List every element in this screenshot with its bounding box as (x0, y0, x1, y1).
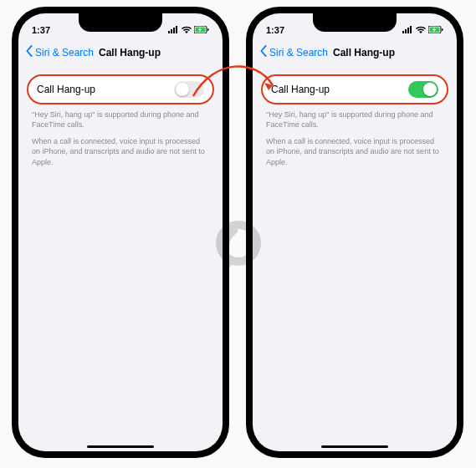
nav-bar: Siri & Search Call Hang-up (253, 40, 457, 64)
footer-p2: When a call is connected, voice input is… (32, 136, 209, 166)
phone-after: 1:37 Siri & Search Call Hang-up Call Han… (246, 7, 463, 458)
svg-rect-8 (405, 29, 407, 33)
row-label: Call Hang-up (271, 84, 330, 95)
footer-p2: When a call is connected, voice input is… (266, 136, 443, 166)
notch (79, 13, 162, 32)
svg-rect-3 (176, 26, 177, 33)
call-hangup-row: Call Hang-up (261, 74, 448, 104)
row-label: Call Hang-up (37, 84, 95, 95)
svg-rect-2 (173, 28, 175, 33)
svg-rect-10 (410, 26, 412, 33)
screen: 1:37 Siri & Search Call Hang-up Call Han… (18, 13, 223, 451)
chevron-left-icon (259, 45, 268, 59)
back-label: Siri & Search (269, 47, 328, 58)
phone-before: 1:37 Siri & Search Call Hang-up Call Han… (12, 7, 229, 458)
call-hangup-toggle[interactable] (408, 81, 438, 98)
signal-icon (168, 25, 179, 35)
nav-bar: Siri & Search Call Hang-up (18, 40, 223, 64)
screen: 1:37 Siri & Search Call Hang-up Call Han… (253, 13, 457, 451)
clock: 1:37 (266, 25, 284, 35)
footer-p1: "Hey Siri, hang up" is supported during … (266, 109, 443, 130)
page-title: Call Hang-up (333, 47, 395, 58)
svg-rect-1 (171, 29, 172, 33)
back-button[interactable]: Siri & Search (259, 45, 328, 59)
battery-icon (428, 25, 443, 35)
svg-rect-7 (402, 31, 404, 33)
svg-rect-0 (168, 31, 170, 33)
call-hangup-row: Call Hang-up (27, 74, 214, 104)
footer-text: "Hey Siri, hang up" is supported during … (261, 104, 448, 167)
svg-rect-6 (207, 28, 209, 31)
status-icons (402, 25, 443, 35)
notch (313, 13, 397, 32)
status-icons (168, 25, 209, 35)
wifi-icon (416, 25, 426, 35)
chevron-left-icon (25, 45, 33, 59)
wifi-icon (182, 25, 192, 35)
footer-p1: "Hey Siri, hang up" is supported during … (32, 109, 209, 130)
call-hangup-toggle[interactable] (174, 81, 204, 98)
content: Call Hang-up "Hey Siri, hang up" is supp… (253, 64, 457, 451)
footer-text: "Hey Siri, hang up" is supported during … (27, 104, 214, 167)
home-indicator (321, 445, 388, 448)
signal-icon (402, 25, 413, 35)
svg-rect-13 (442, 28, 443, 31)
clock: 1:37 (32, 25, 50, 35)
page-title: Call Hang-up (99, 47, 161, 58)
home-indicator (87, 445, 154, 448)
content: Call Hang-up "Hey Siri, hang up" is supp… (18, 64, 223, 451)
battery-icon (194, 25, 209, 35)
svg-rect-9 (407, 28, 409, 33)
back-button[interactable]: Siri & Search (25, 45, 94, 59)
back-label: Siri & Search (35, 47, 94, 58)
